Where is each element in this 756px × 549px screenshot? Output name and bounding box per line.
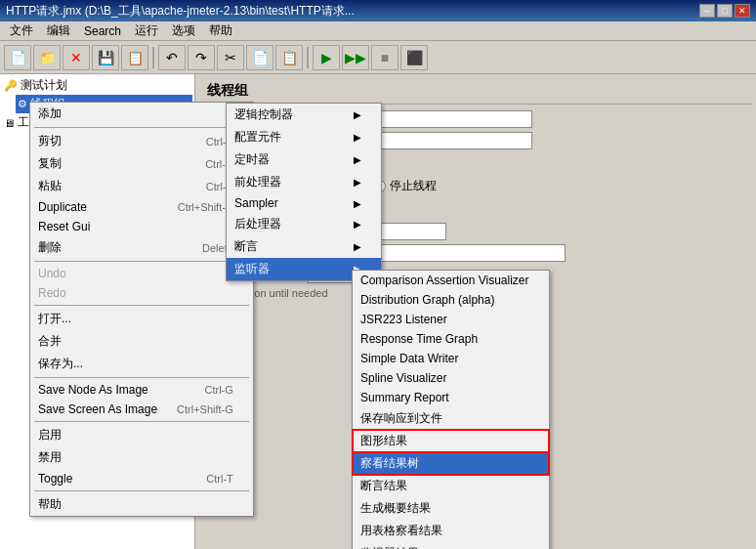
listener-jsr223-label: JSR223 Listener xyxy=(360,313,447,326)
tree-plan-label: 测试计划 xyxy=(21,77,67,94)
listener-generate[interactable]: 生成概要结果 xyxy=(353,497,549,520)
listener-distribution[interactable]: Distribution Graph (alpha) xyxy=(353,290,549,310)
threadgroup-icon: ⚙ xyxy=(18,98,27,110)
ctx-save-node-label: Save Node As Image xyxy=(38,383,148,397)
submenu-assert[interactable]: 断言 ▶ xyxy=(227,235,381,258)
listener-monitor[interactable]: 监视器结果 xyxy=(353,542,549,549)
listener-monitor-label: 监视器结果 xyxy=(360,545,419,549)
submenu-sampler-label: Sampler xyxy=(234,196,278,210)
workbench-icon: 🖥 xyxy=(4,117,15,129)
menu-file[interactable]: 文件 xyxy=(4,21,39,41)
undo-button[interactable]: ↶ xyxy=(158,45,186,70)
listener-saveresp-label: 保存响应到文件 xyxy=(360,410,442,427)
ctx-toggle-shortcut: Ctrl-T xyxy=(206,473,233,485)
listener-simpledatawriter[interactable]: Simple Data Writer xyxy=(353,349,549,368)
ctx-add[interactable]: 添加 ▶ xyxy=(30,103,253,125)
listener-tree[interactable]: 察看结果树 xyxy=(353,452,549,475)
ctx-toggle[interactable]: Toggle Ctrl-T xyxy=(30,469,253,488)
ctx-delete[interactable]: 删除 Delete xyxy=(30,236,253,259)
listener-generate-label: 生成概要结果 xyxy=(360,500,431,517)
ctx-save-screen[interactable]: Save Screen As Image Ctrl+Shift-G xyxy=(30,400,253,419)
ctx-paste[interactable]: 粘贴 Ctrl-V xyxy=(30,175,253,197)
window-frame: HTTP请求.jmx (D:\B_工具\apache-jmeter-2.13\b… xyxy=(0,0,756,549)
save-button[interactable]: 💾 xyxy=(92,45,119,70)
ctx-enable[interactable]: 启用 xyxy=(30,424,253,446)
listener-table-label: 用表格察看结果 xyxy=(360,523,442,539)
close-button[interactable]: ✕ xyxy=(735,4,750,18)
ctx-disable[interactable]: 禁用 xyxy=(30,446,253,469)
listener-graph-label: 图形结果 xyxy=(360,433,407,449)
open-button[interactable]: 📁 xyxy=(33,45,61,70)
ctx-open[interactable]: 打开... xyxy=(30,308,253,330)
listener-table[interactable]: 用表格察看结果 xyxy=(353,520,549,542)
listener-summary-label: Summary Report xyxy=(360,391,449,404)
error-button[interactable]: ✕ xyxy=(63,45,90,70)
menu-run[interactable]: 运行 xyxy=(129,21,164,41)
ctx-merge[interactable]: 合并 xyxy=(30,330,253,353)
listener-saveresp[interactable]: 保存响应到文件 xyxy=(353,407,549,430)
ctx-copy[interactable]: 复制 Ctrl-C xyxy=(30,152,253,175)
ctx-duplicate[interactable]: Duplicate Ctrl+Shift-C xyxy=(30,197,253,217)
submenu-logic[interactable]: 逻辑控制器 ▶ xyxy=(227,104,381,126)
submenu-timer[interactable]: 定时器 ▶ xyxy=(227,148,381,171)
ctx-add-label: 添加 xyxy=(38,106,62,122)
ctx-saveas[interactable]: 保存为... xyxy=(30,353,253,375)
menu-help[interactable]: 帮助 xyxy=(203,21,238,41)
listener-assert[interactable]: 断言结果 xyxy=(353,475,549,497)
toolbar: 📄 📁 ✕ 💾 📋 ↶ ↷ ✂ 📄 📋 ▶ ▶▶ ■ ⬛ xyxy=(0,41,756,74)
title-buttons: ─ □ ✕ xyxy=(699,4,750,18)
ctx-toggle-label: Toggle xyxy=(38,472,72,486)
stop-button[interactable]: ■ xyxy=(371,45,399,70)
cut-button[interactable]: ✂ xyxy=(217,45,244,70)
ctx-sep5 xyxy=(34,421,249,422)
radio-stop-thread[interactable]: 停止线程 xyxy=(373,178,437,194)
listener-comparison-label: Comparison Assertion Visualizer xyxy=(360,274,529,287)
tree-item-plan[interactable]: 🔑 测试计划 xyxy=(2,76,192,95)
submenu-timer-label: 定时器 xyxy=(234,151,270,168)
menu-edit[interactable]: 编辑 xyxy=(41,21,76,41)
listener-jsr223[interactable]: JSR223 Listener xyxy=(353,310,549,329)
ctx-redo-label: Redo xyxy=(38,286,66,300)
ctx-cut-label: 剪切 xyxy=(38,133,62,149)
menu-search[interactable]: Search xyxy=(78,22,127,40)
submenu-listener-label: 监听器 xyxy=(234,261,270,277)
main-area: 🔑 测试计划 ⚙ 线程组 🖥 工作台 线程组 名称: 注释: xyxy=(0,74,756,549)
submenu-config[interactable]: 配置元件 ▶ xyxy=(227,126,381,148)
listener-responsetime[interactable]: Response Time Graph xyxy=(353,329,549,349)
plan-icon: 🔑 xyxy=(4,79,18,92)
menu-options[interactable]: 选项 xyxy=(166,21,201,41)
listener-comparison[interactable]: Comparison Assertion Visualizer xyxy=(353,271,549,290)
submenu-sampler[interactable]: Sampler ▶ xyxy=(227,193,381,213)
ctx-cut[interactable]: 剪切 Ctrl-X xyxy=(30,130,253,152)
ctx-sep2 xyxy=(34,261,249,262)
ctx-undo[interactable]: Undo xyxy=(30,264,253,283)
listener-graph[interactable]: 图形结果 xyxy=(353,430,549,452)
submenu-preproc[interactable]: 前处理器 ▶ xyxy=(227,171,381,193)
minimize-button[interactable]: ─ xyxy=(699,4,715,18)
ctx-resetgui[interactable]: Reset Gui xyxy=(30,217,253,236)
listener-spline[interactable]: Spline Visualizer xyxy=(353,368,549,388)
ctx-help[interactable]: 帮助 xyxy=(30,493,253,516)
stop2-button[interactable]: ⬛ xyxy=(400,45,428,70)
listener-responsetime-label: Response Time Graph xyxy=(360,332,478,346)
redo-button[interactable]: ↷ xyxy=(188,45,215,70)
new-button[interactable]: 📄 xyxy=(4,45,31,70)
ctx-save-node[interactable]: Save Node As Image Ctrl-G xyxy=(30,380,253,400)
paste-button[interactable]: 📋 xyxy=(275,45,303,70)
maximize-button[interactable]: □ xyxy=(717,4,733,18)
ctx-redo[interactable]: Redo xyxy=(30,283,253,303)
submenu-preproc-label: 前处理器 xyxy=(234,174,281,190)
toolbar-sep1 xyxy=(152,47,154,68)
ctx-copy-label: 复制 xyxy=(38,155,62,172)
ctx-enable-label: 启用 xyxy=(38,427,62,443)
listener-assert-label: 断言结果 xyxy=(360,478,407,494)
ramp-up-input[interactable] xyxy=(370,244,566,262)
copy-button[interactable]: 📄 xyxy=(246,45,273,70)
run-button[interactable]: ▶▶ xyxy=(342,45,369,70)
ctx-save-node-shortcut: Ctrl-G xyxy=(205,384,233,396)
ctx-save-screen-shortcut: Ctrl+Shift-G xyxy=(177,403,233,415)
submenu-postproc[interactable]: 后处理器 ▶ xyxy=(227,213,381,235)
clipboard-button[interactable]: 📋 xyxy=(121,45,148,70)
listener-summary[interactable]: Summary Report xyxy=(353,388,549,407)
expand-button[interactable]: ▶ xyxy=(313,45,340,70)
